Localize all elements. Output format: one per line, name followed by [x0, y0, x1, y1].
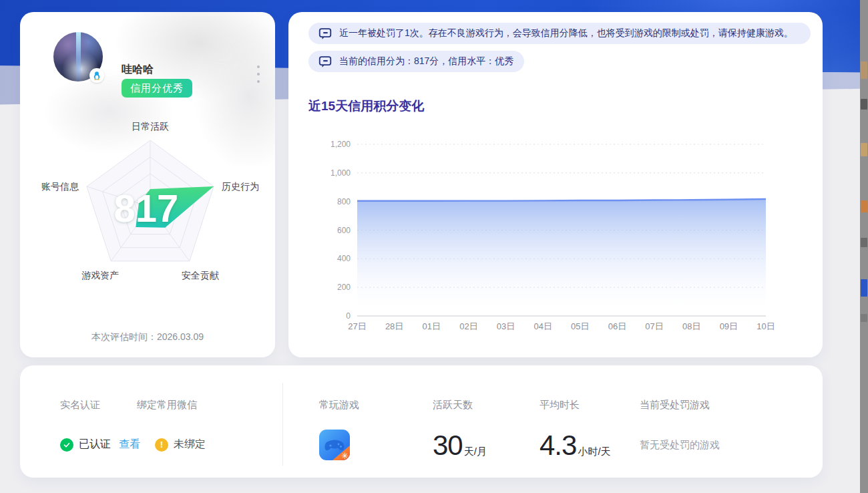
- verified-check-icon: [60, 438, 73, 452]
- punished-games-label: 当前受处罚游戏: [640, 399, 710, 412]
- avg-time-value: 4.3: [539, 430, 576, 462]
- punishment-notice-text: 近一年被处罚了1次。存在不良游戏行为，会导致信用分降低，也将受到游戏的限制或处罚…: [339, 27, 793, 39]
- credit-score-page: { "profile_card": { "username": "哇哈哈", "…: [0, 0, 868, 493]
- svg-text:28日: 28日: [385, 321, 403, 331]
- avg-time-stat: 4.3 小时/天: [539, 430, 611, 462]
- credit-trend-chart: 02004006008001,0001,20027日28日01日02日03日04…: [305, 124, 786, 338]
- active-days-stat: 30 天/月: [433, 430, 487, 462]
- credit-level-badge: 信用分优秀: [122, 79, 192, 98]
- svg-text:200: 200: [337, 283, 351, 292]
- view-realname-link[interactable]: 查看: [119, 438, 140, 452]
- svg-text:600: 600: [337, 226, 351, 235]
- active-days-value: 30: [433, 430, 463, 462]
- punishment-notice-banner: 近一年被处罚了1次。存在不良游戏行为，会导致信用分降低，也将受到游戏的限制或处罚…: [308, 23, 811, 44]
- credit-radar-chart: 日常活跃历史行为安全贡献游戏资产账号信息817: [20, 106, 275, 319]
- svg-text:817: 817: [114, 186, 179, 230]
- username: 哇哈哈: [122, 63, 154, 77]
- credit-detail-card: 近一年被处罚了1次。存在不良游戏行为，会导致信用分降低，也将受到游戏的限制或处罚…: [288, 12, 823, 357]
- svg-text:05日: 05日: [571, 321, 589, 331]
- warning-icon: !: [155, 438, 168, 452]
- current-score-text: 当前的信用分为：817分，信用水平：优秀: [339, 55, 513, 67]
- svg-text:08日: 08日: [682, 321, 700, 331]
- svg-text:06日: 06日: [608, 321, 626, 331]
- stats-divider: [282, 383, 283, 466]
- svg-text:1,200: 1,200: [331, 140, 351, 149]
- svg-text:历史行为: 历史行为: [222, 181, 259, 192]
- trend-chart-title: 近15天信用积分变化: [308, 98, 424, 115]
- svg-text:02日: 02日: [459, 321, 477, 331]
- more-options-button[interactable]: [252, 64, 264, 84]
- realname-label: 实名认证: [60, 399, 100, 412]
- punished-games-value: 暂无受处罚的游戏: [640, 439, 720, 452]
- svg-text:账号信息: 账号信息: [41, 181, 79, 192]
- svg-text:07日: 07日: [645, 321, 663, 331]
- active-days-label: 活跃天数: [433, 399, 473, 412]
- svg-text:03日: 03日: [497, 321, 515, 331]
- avg-time-label: 平均时长: [539, 399, 580, 412]
- svg-text:日常活跃: 日常活跃: [132, 121, 169, 132]
- svg-text:04日: 04日: [533, 321, 552, 331]
- wechat-label: 绑定常用微信: [137, 399, 197, 412]
- wechat-status: 未绑定: [174, 438, 206, 452]
- realname-status: 已认证: [79, 438, 111, 452]
- active-days-unit: 天/月: [464, 446, 487, 458]
- svg-text:400: 400: [337, 254, 351, 263]
- frequent-game-icon[interactable]: ✳: [319, 430, 350, 460]
- svg-text:游戏资产: 游戏资产: [81, 270, 119, 281]
- qq-penguin-icon: [89, 68, 104, 83]
- svg-text:10日: 10日: [756, 321, 775, 331]
- message-bubble-icon: [318, 26, 333, 41]
- svg-text:0: 0: [346, 311, 351, 321]
- svg-text:1,000: 1,000: [331, 168, 351, 178]
- current-score-banner: 当前的信用分为：817分，信用水平：优秀: [308, 51, 524, 72]
- account-stats-card: 实名认证 绑定常用微信 常玩游戏 活跃天数 平均时长 当前受处罚游戏 已认证 查…: [20, 365, 823, 478]
- evaluation-time: 本次评估时间：2026.03.09: [20, 331, 275, 343]
- svg-text:800: 800: [337, 197, 351, 206]
- games-label: 常玩游戏: [319, 399, 359, 412]
- svg-text:01日: 01日: [423, 321, 441, 331]
- screen-edge-strip: [860, 0, 868, 493]
- avg-time-unit: 小时/天: [578, 446, 610, 458]
- svg-text:安全贡献: 安全贡献: [182, 270, 220, 281]
- profile-card: 哇哈哈 信用分优秀 日常活跃历史行为安全贡献游戏资产账号信息817 本次评估时间…: [20, 12, 275, 357]
- message-bubble-icon: [318, 54, 333, 69]
- svg-text:27日: 27日: [348, 321, 366, 331]
- svg-text:09日: 09日: [720, 321, 738, 331]
- spark-icon: ✳: [341, 452, 349, 460]
